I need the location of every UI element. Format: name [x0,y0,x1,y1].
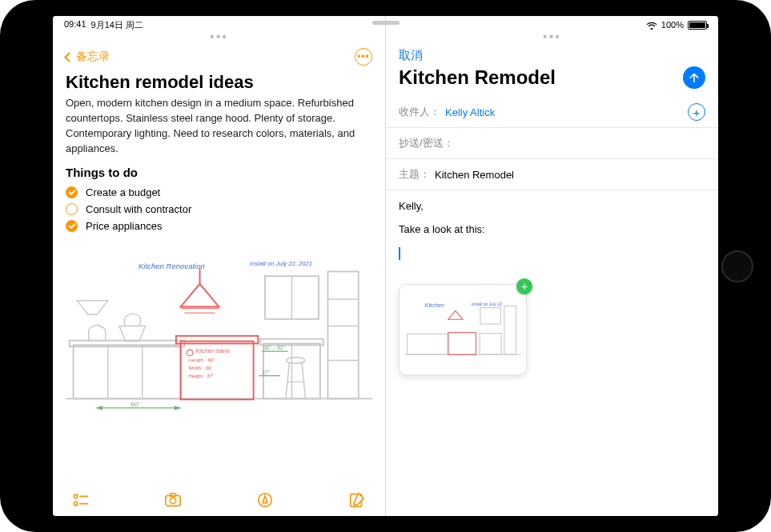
note-title: Kitchen remodel ideas [66,72,372,93]
note-description: Open, modern kitchen design in a medium … [66,96,372,156]
plus-icon: + [521,280,528,293]
dim-r1-text: 36"→30" [263,345,285,350]
svg-marker-26 [175,406,181,410]
attachment-add-badge[interactable]: + [516,278,532,294]
kitchen-sketch-mini: Kitchen Install on July 22 [404,290,521,370]
todo-label: Consult with contractor [86,203,191,215]
notes-app-pane: 09:41 9月14日 周二 ••• 备忘录 ••• Kitc [53,16,386,516]
battery-pct: 100% [661,20,684,30]
island-title-text: Kitchen Island [196,348,230,354]
checkbox-empty-icon[interactable] [66,203,78,215]
svg-rect-42 [480,333,501,354]
mail-body[interactable]: Kelly, Take a look at this: [386,190,718,281]
multitask-dots-icon[interactable]: ••• [53,34,385,43]
todo-item[interactable]: Consult with contractor [66,201,372,218]
svg-point-31 [74,502,78,506]
todo-label: Create a budget [86,186,160,198]
mail-greeting: Kelly, [399,200,705,212]
svg-marker-25 [96,406,102,410]
svg-line-21 [286,362,290,399]
cancel-button[interactable]: 取消 [386,43,718,65]
send-button[interactable] [683,66,705,89]
drawing-install-text: Install on July 22, 2021 [250,260,312,267]
svg-rect-9 [176,336,258,344]
dim-r2-text: 37" [262,370,270,375]
wifi-icon [646,21,657,29]
status-time: 09:41 [64,19,86,31]
island-length-text: Length : 60" [188,358,215,363]
multitask-dots-icon[interactable]: ••• [386,34,718,43]
to-value[interactable]: Kelly Altick [445,106,495,118]
mail-title: Kitchen Remodel [399,66,556,89]
dim-left-text: 60" [131,401,140,408]
svg-point-34 [170,498,175,503]
subject-label: 主题： [399,167,430,182]
cc-field[interactable]: 抄送/密送： [386,128,718,159]
checkbox-checked-icon[interactable] [66,220,78,232]
notes-toolbar [53,484,385,516]
svg-rect-39 [408,334,448,354]
plus-icon: + [693,106,701,118]
todo-item[interactable]: Price appliances [66,218,372,234]
camera-button[interactable] [164,491,182,509]
island-height-text: Height : 37" [188,373,214,378]
back-label: 备忘录 [76,50,110,64]
todo-heading: Things to do [66,166,372,179]
checkbox-checked-icon[interactable] [66,186,78,198]
note-content[interactable]: Kitchen remodel ideas Open, modern kitch… [53,70,385,484]
battery-icon [688,21,707,30]
mail-line: Take a look at this: [399,223,705,235]
svg-text:Kitchen: Kitchen [425,301,444,308]
island-width-text: Width : 36" [188,365,212,370]
svg-rect-1 [74,346,181,399]
status-date: 9月14日 周二 [91,19,143,31]
add-recipient-button[interactable]: + [688,103,705,121]
checklist-button[interactable] [72,491,90,509]
svg-text:Install on July 22: Install on July 22 [472,301,502,306]
todo-item[interactable]: Create a budget [66,184,372,201]
attachment-thumbnail[interactable]: + Kitchen Install on July 22 [399,284,527,375]
svg-rect-43 [504,306,516,354]
to-field[interactable]: 收件人： Kelly Altick + [386,97,718,128]
more-button[interactable]: ••• [355,48,372,66]
to-label: 收件人： [399,105,440,119]
svg-rect-16 [327,272,358,399]
svg-line-22 [302,362,306,399]
subject-field[interactable]: 主题： Kitchen Remodel [386,159,718,190]
todo-label: Price appliances [86,220,162,232]
kitchen-sketch-svg: Kitchen Island Length : 60" Width : 36" … [66,246,372,422]
compose-button[interactable] [348,491,366,509]
note-drawing[interactable]: Kitchen Island Length : 60" Width : 36" … [66,246,372,422]
svg-point-29 [74,494,78,498]
svg-rect-41 [480,307,501,323]
cc-label: 抄送/密送： [399,136,454,150]
back-button[interactable]: 备忘录 [66,50,110,64]
mail-compose-pane: 100% ••• 取消 Kitchen Remodel 收件人： [386,16,718,516]
ipad-frame: 09:41 9月14日 周二 ••• 备忘录 ••• Kitc [0,0,771,532]
svg-point-10 [187,350,193,356]
home-button[interactable] [721,250,753,282]
svg-rect-40 [448,332,476,354]
split-view-handle[interactable] [372,21,400,25]
arrow-up-icon [688,71,701,84]
ellipsis-icon: ••• [357,51,370,62]
subject-value: Kitchen Remodel [435,169,514,181]
svg-rect-35 [170,494,175,497]
chevron-left-icon [64,52,74,62]
screen: 09:41 9月14日 周二 ••• 备忘录 ••• Kitc [53,16,718,516]
text-cursor [399,247,400,260]
notes-navbar: 备忘录 ••• [53,43,385,70]
drawing-title-text: Kitchen Renovation [139,262,205,270]
markup-button[interactable] [256,491,274,509]
